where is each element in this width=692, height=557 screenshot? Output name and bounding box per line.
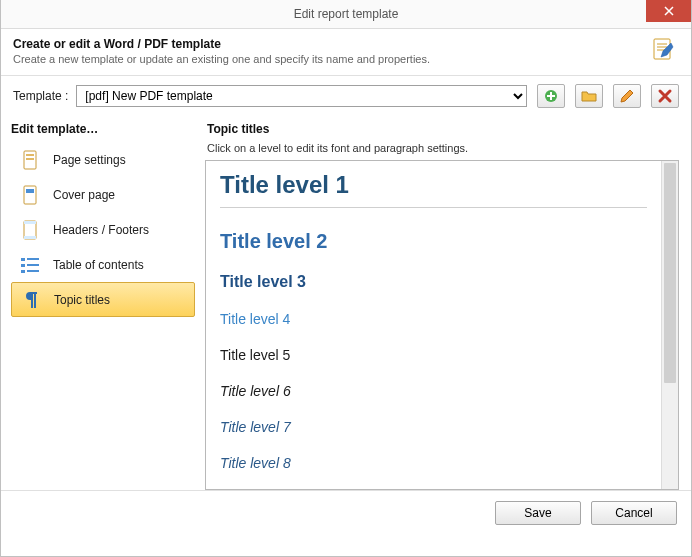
sidebar-item-table-of-contents[interactable]: Table of contents — [11, 247, 195, 282]
template-select[interactable]: [pdf] New PDF template — [76, 85, 527, 107]
sidebar-item-label: Cover page — [53, 188, 115, 202]
pencil-icon — [619, 88, 635, 104]
template-row: Template : [pdf] New PDF template — [1, 76, 691, 118]
sidebar-item-page-settings[interactable]: Page settings — [11, 142, 195, 177]
page-settings-icon — [17, 147, 43, 173]
delete-icon — [657, 88, 673, 104]
right-column: Topic titles Click on a level to edit it… — [201, 118, 691, 490]
cover-page-icon — [17, 182, 43, 208]
sidebar-item-label: Table of contents — [53, 258, 144, 272]
sidebar-title: Edit template… — [11, 122, 195, 136]
dialog-header: Create or edit a Word / PDF template Cre… — [1, 29, 691, 76]
sidebar-item-label: Page settings — [53, 153, 126, 167]
sidebar-item-topic-titles[interactable]: Topic titles — [11, 282, 195, 317]
sidebar-item-headers-footers[interactable]: Headers / Footers — [11, 212, 195, 247]
scrollbar-thumb[interactable] — [664, 163, 676, 383]
delete-template-button[interactable] — [651, 84, 679, 108]
scrollbar[interactable] — [661, 161, 678, 489]
sidebar-item-cover-page[interactable]: Cover page — [11, 177, 195, 212]
svg-rect-13 — [21, 258, 25, 261]
cancel-button[interactable]: Cancel — [591, 501, 677, 525]
close-button[interactable] — [646, 0, 691, 22]
close-icon — [664, 6, 674, 16]
svg-rect-15 — [21, 264, 25, 267]
header-icon — [651, 37, 677, 63]
headers-footers-icon — [17, 217, 43, 243]
svg-rect-17 — [21, 270, 25, 273]
title-level-7[interactable]: Title level 7 — [220, 415, 661, 439]
title-level-1[interactable]: Title level 1 — [220, 167, 647, 208]
window-title: Edit report template — [294, 7, 399, 21]
dialog-footer: Save Cancel — [1, 490, 691, 534]
plus-icon — [543, 88, 559, 104]
levels-panel: Title level 1 Title level 2 Title level … — [205, 160, 679, 490]
main-area: Edit template… Page settings Cover page … — [1, 118, 691, 490]
section-title: Topic titles — [207, 122, 679, 136]
section-hint: Click on a level to edit its font and pa… — [207, 142, 679, 154]
svg-rect-7 — [26, 158, 34, 160]
levels-list: Title level 1 Title level 2 Title level … — [206, 161, 661, 489]
title-level-3[interactable]: Title level 3 — [220, 269, 661, 295]
open-template-button[interactable] — [575, 84, 603, 108]
svg-rect-9 — [26, 189, 34, 193]
svg-rect-11 — [24, 221, 36, 224]
pilcrow-icon — [18, 287, 44, 313]
svg-rect-8 — [24, 186, 36, 204]
new-template-button[interactable] — [537, 84, 565, 108]
title-level-2[interactable]: Title level 2 — [220, 226, 661, 257]
sidebar-item-label: Headers / Footers — [53, 223, 149, 237]
title-bar: Edit report template — [1, 0, 691, 29]
svg-rect-6 — [26, 154, 34, 156]
title-level-5[interactable]: Title level 5 — [220, 343, 661, 367]
svg-rect-12 — [24, 236, 36, 239]
header-subtext: Create a new template or update an exist… — [13, 53, 679, 65]
title-level-6[interactable]: Title level 6 — [220, 379, 661, 403]
toc-icon — [17, 252, 43, 278]
title-level-4[interactable]: Title level 4 — [220, 307, 661, 331]
title-level-8[interactable]: Title level 8 — [220, 451, 661, 475]
template-label: Template : — [13, 89, 68, 103]
sidebar-item-label: Topic titles — [54, 293, 110, 307]
sidebar: Edit template… Page settings Cover page … — [1, 118, 201, 490]
save-button[interactable]: Save — [495, 501, 581, 525]
folder-icon — [581, 88, 597, 104]
edit-template-button[interactable] — [613, 84, 641, 108]
header-heading: Create or edit a Word / PDF template — [13, 37, 679, 51]
